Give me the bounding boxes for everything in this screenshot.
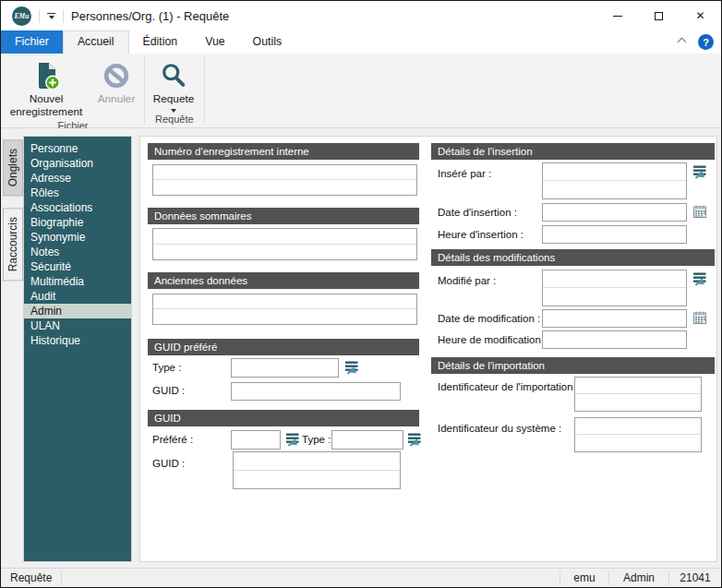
lookup-list-icon[interactable]	[285, 432, 300, 447]
titlebar-separator	[39, 9, 40, 23]
insert-date-label: Date d'insertion :	[438, 207, 517, 218]
tab-outils[interactable]: Outils	[239, 30, 295, 54]
system-id-field[interactable]	[574, 417, 702, 452]
status-user: Admin	[609, 571, 668, 584]
guid-preferred-flag-label: Préféré :	[152, 434, 193, 445]
maximize-button[interactable]	[638, 1, 680, 30]
sidebar-item-securite[interactable]: Sécurité	[24, 259, 131, 274]
section-header-insertion: Détails de l'insertion	[431, 143, 715, 160]
summary-data-field[interactable]	[152, 228, 417, 260]
old-data-field[interactable]	[152, 294, 417, 325]
close-button[interactable]: ✕	[680, 1, 721, 30]
search-icon	[160, 59, 187, 91]
status-mode: Requête	[1, 571, 61, 584]
ribbon-separator	[144, 56, 145, 125]
side-tab-onglets[interactable]: Onglets	[3, 139, 23, 196]
lookup-list-icon[interactable]	[407, 432, 422, 447]
insert-time-input[interactable]	[542, 225, 687, 244]
sidebar-item-adresse[interactable]: Adresse	[24, 171, 131, 186]
modified-by-field[interactable]	[542, 270, 687, 306]
section-header-guid: GUID	[148, 410, 419, 426]
tab-edition[interactable]: Édition	[129, 30, 192, 54]
new-record-button[interactable]: Nouvel enregistrement	[4, 56, 89, 120]
ribbon-group-label-requete: Requête	[146, 114, 203, 128]
tab-fichier[interactable]: Fichier	[1, 30, 63, 54]
window-title: Personnes/Org. (1) - Requête	[71, 9, 229, 23]
window-controls: ✕	[596, 1, 721, 30]
section-header-modifications: Détails des modifications	[431, 249, 715, 266]
sidebar-item-multimedia[interactable]: Multimédia	[24, 274, 131, 289]
sidebar-item-notes[interactable]: Notes	[24, 245, 131, 259]
sidebar-item-associations[interactable]: Associations	[24, 200, 131, 215]
sidebar-item-organisation[interactable]: Organisation	[24, 156, 131, 171]
guid-preferred-guid-input[interactable]	[231, 382, 401, 401]
status-server: emu	[560, 571, 608, 584]
guid-preferred-type-input[interactable]	[231, 358, 339, 378]
query-label: Requete	[153, 93, 195, 106]
ribbon-tabbar: Fichier Accueil Édition Vue Outils ?	[1, 30, 721, 54]
side-tab-raccourcis[interactable]: Raccourcis	[3, 208, 23, 281]
guid-preferred-guid-label: GUID :	[152, 385, 185, 396]
calendar-icon[interactable]	[692, 310, 707, 325]
maximize-icon	[655, 12, 663, 20]
insert-time-label: Heure d'insertion :	[438, 229, 523, 240]
internal-number-field[interactable]	[152, 164, 417, 196]
query-button[interactable]: Requete	[147, 56, 200, 114]
cancel-button[interactable]: Annuler	[90, 56, 142, 107]
close-icon: ✕	[695, 10, 704, 21]
guid-type-label: Type :	[302, 434, 331, 445]
ribbon-group-fichier: Nouvel enregistrement Annuler Fichier	[3, 54, 143, 127]
collapse-ribbon-icon[interactable]	[678, 38, 687, 47]
mod-date-label: Date de modification :	[438, 313, 540, 324]
sidebar-item-historique[interactable]: Historique	[24, 333, 131, 348]
import-id-field[interactable]	[574, 377, 702, 412]
main-area: Onglets Raccourcis Personne Organisation…	[1, 128, 721, 568]
minimize-button[interactable]	[596, 1, 638, 30]
lookup-list-icon[interactable]	[692, 164, 707, 179]
new-record-icon	[31, 59, 61, 91]
ribbon: Nouvel enregistrement Annuler Fichier	[1, 54, 721, 128]
mod-time-input[interactable]	[542, 330, 687, 349]
guid-value-field[interactable]	[233, 451, 401, 489]
inserted-by-field[interactable]	[542, 162, 687, 199]
insert-date-input[interactable]	[542, 203, 687, 222]
guid-type-input[interactable]	[331, 430, 403, 450]
admin-form-panel: Numéro d'enregistrement interne Données …	[139, 136, 717, 562]
section-header-old-data: Anciennes données	[148, 272, 419, 289]
sidebar-item-personne[interactable]: Personne	[24, 141, 131, 156]
modified-by-label: Modifié par :	[438, 275, 496, 286]
status-separator	[61, 571, 62, 585]
app-window: EMu Personnes/Org. (1) - Requête ✕ Fichi…	[0, 0, 722, 588]
guid-preferred-type-label: Type :	[152, 362, 181, 373]
quick-access-dropdown-icon[interactable]	[47, 13, 55, 19]
tab-accueil[interactable]: Accueil	[63, 30, 129, 54]
minimize-icon	[613, 16, 622, 17]
guid-value-label: GUID :	[152, 458, 185, 469]
cancel-label: Annuler	[98, 93, 136, 106]
lookup-list-icon[interactable]	[692, 271, 707, 286]
titlebar-separator	[63, 9, 64, 23]
query-dropdown-icon	[171, 109, 176, 113]
mod-date-input[interactable]	[542, 309, 687, 328]
tab-vue[interactable]: Vue	[191, 30, 238, 54]
titlebar: EMu Personnes/Org. (1) - Requête ✕	[1, 1, 721, 30]
sidebar-item-ulan[interactable]: ULAN	[24, 318, 131, 333]
guid-preferred-flag-input[interactable]	[231, 430, 281, 450]
section-header-importation: Détails de l'importation	[431, 357, 715, 374]
section-header-internal-number: Numéro d'enregistrement interne	[148, 143, 419, 160]
inserted-by-label: Inséré par :	[438, 168, 491, 179]
app-logo-icon: EMu	[12, 6, 31, 26]
mod-time-label: Heure de modification :	[438, 334, 547, 345]
lookup-list-icon[interactable]	[344, 360, 359, 375]
ribbon-group-requete: Requete Requête	[146, 54, 203, 127]
help-button[interactable]: ?	[698, 34, 714, 50]
section-header-summary: Données sommaires	[148, 208, 419, 224]
sidebar-item-synonymie[interactable]: Synonymie	[24, 230, 131, 245]
sidebar-item-biographie[interactable]: Biographie	[24, 215, 131, 230]
sidebar-item-roles[interactable]: Rôles	[24, 186, 131, 200]
import-id-label: Identificateur de l'importation	[438, 381, 573, 392]
new-record-label: Nouvel enregistrement	[6, 93, 86, 119]
sidebar-item-audit[interactable]: Audit	[24, 289, 131, 304]
calendar-icon[interactable]	[692, 204, 707, 219]
sidebar-item-admin[interactable]: Admin	[24, 304, 131, 318]
